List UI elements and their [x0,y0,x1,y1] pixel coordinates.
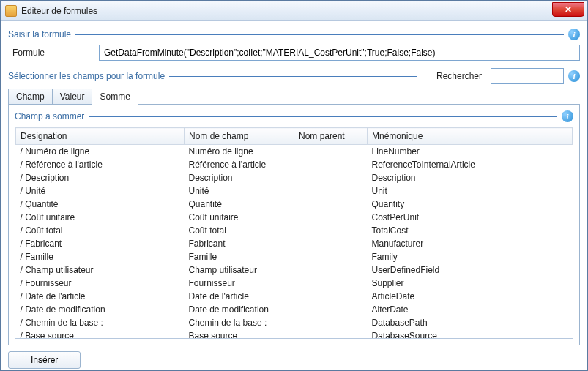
table-cell [559,290,573,303]
table-row[interactable]: / Date de modificationDate de modificati… [16,303,573,316]
table-cell [294,303,368,316]
table-cell: / Unité [16,184,185,198]
section-select-title: Sélectionner les champs pour la formule [8,71,165,81]
section-sum-title: Champ à sommer [15,111,84,121]
table-cell: ReferenceToInternalArticle [368,158,559,171]
table-cell: Base source [185,329,294,339]
table-row[interactable]: / FabricantFabricantManufacturer [16,237,573,250]
table-row[interactable]: / Numéro de ligneNuméro de ligneLineNumb… [16,145,573,159]
table-cell [294,198,368,211]
titlebar: Editeur de formules ✕ [1,1,587,21]
button-row: Insérer [8,351,580,369]
info-icon[interactable]: i [562,110,573,122]
info-icon[interactable]: i [568,70,580,82]
table-row[interactable]: / Base sourceBase sourceDatabaseSource [16,329,573,339]
fields-table-wrap[interactable]: DesignationNom de champNom parentMnémoni… [15,127,573,339]
table-cell: Manufacturer [368,237,559,250]
search-label: Rechercher [436,71,482,81]
col-header[interactable]: Mnémonique [368,128,559,145]
insert-button[interactable]: Insérer [8,351,81,369]
col-header[interactable]: Designation [16,128,185,145]
table-cell [294,211,368,224]
formula-input[interactable] [99,45,580,61]
table-cell: Chemin de la base : [185,316,294,329]
table-cell: / Date de modification [16,303,185,316]
table-cell [294,184,368,198]
table-row[interactable]: / Champ utilisateurChamp utilisateurUser… [16,263,573,277]
tab-somme[interactable]: Somme [92,89,138,105]
table-cell: Fabricant [185,237,294,250]
table-cell: Famille [185,250,294,263]
table-cell: / Coût unitaire [16,211,185,224]
section-select-header: Sélectionner les champs pour la formule … [8,68,580,84]
table-cell: Quantité [185,198,294,211]
table-cell [559,237,573,250]
table-row[interactable]: / FournisseurFournisseurSupplier [16,277,573,290]
tab-valeur[interactable]: Valeur [52,89,93,105]
table-cell [559,224,573,237]
tab-strip: ChampValeurSomme [8,89,580,105]
close-button[interactable]: ✕ [552,2,584,17]
table-cell: CostPerUnit [368,211,559,224]
table-cell: Description [368,171,559,184]
table-row[interactable]: / Référence à l'articleRéférence à l'art… [16,158,573,171]
table-cell [294,171,368,184]
table-row[interactable]: / QuantitéQuantitéQuantity [16,198,573,211]
table-cell: / Coût total [16,224,185,237]
table-cell: Référence à l'article [185,158,294,171]
table-row[interactable]: / Chemin de la base :Chemin de la base :… [16,316,573,329]
table-cell [294,237,368,250]
section-sum-header: Champ à sommer i [15,110,573,122]
table-row[interactable]: / Coût unitaireCoût unitaireCostPerUnit [16,211,573,224]
table-cell: AlterDate [368,303,559,316]
col-header-spacer [559,128,573,145]
table-cell: Description [185,171,294,184]
table-cell: Family [368,250,559,263]
info-icon[interactable]: i [568,29,580,40]
table-cell: / Champ utilisateur [16,263,185,277]
table-row[interactable]: / FamilleFamilleFamily [16,250,573,263]
table-cell [559,329,573,339]
tab-champ[interactable]: Champ [8,89,53,105]
tab-panel-sum: Champ à sommer i DesignationNom de champ… [8,104,580,345]
table-row[interactable]: / Date de l'articleDate de l'articleArti… [16,290,573,303]
table-row[interactable]: / UnitéUnitéUnit [16,184,573,198]
table-cell: DatabasePath [368,316,559,329]
table-cell: ArticleDate [368,290,559,303]
col-header[interactable]: Nom parent [294,128,368,145]
table-cell: Coût total [185,224,294,237]
table-cell: TotalCost [368,224,559,237]
divider [169,76,417,77]
table-cell: / Famille [16,250,185,263]
table-cell: Quantity [368,198,559,211]
table-cell [294,250,368,263]
table-cell [294,224,368,237]
table-cell [559,145,573,159]
table-cell: DatabaseSource [368,329,559,339]
table-row[interactable]: / Coût totalCoût totalTotalCost [16,224,573,237]
table-cell [559,184,573,198]
table-cell: / Référence à l'article [16,158,185,171]
col-header[interactable]: Nom de champ [185,128,294,145]
table-cell: Supplier [368,277,559,290]
table-cell [294,290,368,303]
table-cell: Unit [368,184,559,198]
fields-table: DesignationNom de champNom parentMnémoni… [15,127,573,339]
table-cell: Date de modification [185,303,294,316]
table-cell: / Quantité [16,198,185,211]
table-row[interactable]: / DescriptionDescriptionDescription [16,171,573,184]
search-input[interactable] [491,68,564,84]
table-cell: Unité [185,184,294,198]
table-cell [559,198,573,211]
table-cell [294,277,368,290]
table-cell: UserDefinedField [368,263,559,277]
table-cell [294,329,368,339]
table-cell: Numéro de ligne [185,145,294,159]
formula-label: Formule [8,48,89,58]
section-formula-header: Saisir la formule i [8,29,580,40]
table-cell [559,250,573,263]
table-cell: / Date de l'article [16,290,185,303]
table-cell: / Fabricant [16,237,185,250]
table-cell: Champ utilisateur [185,263,294,277]
formula-row: Formule [8,45,580,61]
